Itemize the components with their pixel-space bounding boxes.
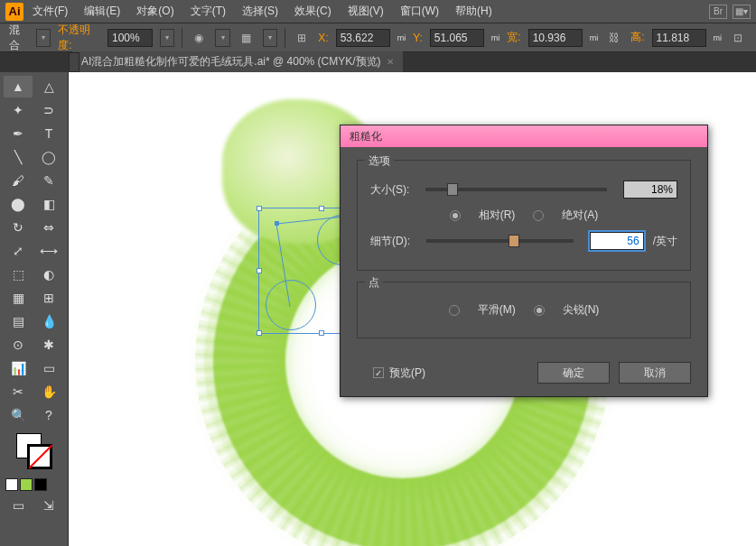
smooth-radio[interactable] <box>449 305 460 316</box>
toolbox: ▲△ ✦⊃ ✒T ╲◯ 🖌✎ ⬤◧ ↻⇔ ⤢⟷ ⬚◐ ▦⊞ ▤💧 ⊙✱ 📊▭ ✂… <box>0 72 69 546</box>
rotate-tool[interactable]: ↻ <box>4 217 33 238</box>
stroke-color[interactable] <box>27 444 52 469</box>
menu-object[interactable]: 对象(O) <box>129 1 181 22</box>
w-unit: mi <box>590 33 599 42</box>
magic-wand-tool[interactable]: ✦ <box>4 99 33 121</box>
menu-select[interactable]: 选择(S) <box>235 1 285 22</box>
points-legend: 点 <box>365 275 383 291</box>
absolute-radio[interactable] <box>533 210 544 221</box>
help-icon[interactable]: ? <box>34 404 63 426</box>
size-label: 大小(S): <box>370 182 409 198</box>
detail-input[interactable] <box>590 232 644 250</box>
handle-l[interactable] <box>257 268 262 273</box>
ok-button[interactable]: 确定 <box>537 362 610 384</box>
arrange-icon[interactable]: ▦▾ <box>733 5 751 19</box>
corner-radio[interactable] <box>534 305 545 316</box>
dialog-titlebar[interactable]: 粗糙化 <box>341 125 707 147</box>
scale-tool[interactable]: ⤢ <box>4 240 33 262</box>
menu-help[interactable]: 帮助(H) <box>448 1 499 22</box>
cancel-button[interactable]: 取消 <box>619 362 691 384</box>
h-input[interactable] <box>652 29 706 47</box>
menu-edit[interactable]: 编辑(E) <box>77 1 127 22</box>
menu-window[interactable]: 窗口(W) <box>393 1 446 22</box>
reflect-tool[interactable]: ⇔ <box>34 217 63 238</box>
pen-tool[interactable]: ✒ <box>4 123 33 144</box>
tab-close-icon[interactable]: ✕ <box>387 57 394 67</box>
menu-effect[interactable]: 效果(C) <box>287 1 339 22</box>
h-unit: mi <box>714 33 723 42</box>
color-picker[interactable] <box>16 433 52 469</box>
x-unit: mi <box>397 33 406 42</box>
align-icon[interactable]: ⊞ <box>293 28 311 48</box>
panel-collapse-icon[interactable] <box>69 52 79 72</box>
handle-bl[interactable] <box>257 330 262 336</box>
x-input[interactable] <box>336 29 390 47</box>
free-transform-tool[interactable]: ⬚ <box>4 264 33 285</box>
menu-file[interactable]: 文件(F) <box>25 1 75 22</box>
zoom-tool[interactable]: 🔍 <box>4 404 33 426</box>
size-input[interactable] <box>623 180 677 199</box>
line-tool[interactable]: ╲ <box>4 146 33 168</box>
lasso-tool[interactable]: ⊃ <box>34 99 63 121</box>
w-input[interactable] <box>528 29 583 47</box>
hand-tool[interactable]: ✋ <box>34 381 63 403</box>
opacity-label: 不透明度: <box>58 23 100 53</box>
absolute-label: 绝对(A) <box>562 208 598 223</box>
relative-radio[interactable] <box>450 210 461 221</box>
y-label: Y: <box>413 32 423 44</box>
swatch-black[interactable] <box>34 478 47 491</box>
preview-checkbox[interactable]: ✓ <box>373 367 384 378</box>
roughen-dialog: 粗糙化 选项 大小(S): 相对(R) 绝对(A) 细节(D): /英寸 <box>340 125 708 397</box>
artboard-tool[interactable]: ▭ <box>34 357 63 379</box>
direct-selection-tool[interactable]: △ <box>34 76 63 97</box>
y-input[interactable] <box>430 29 484 47</box>
symbol-sprayer-tool[interactable]: ✱ <box>34 334 63 356</box>
handle-b[interactable] <box>319 330 324 336</box>
detail-label: 细节(D): <box>370 234 410 249</box>
swatch-white[interactable] <box>5 478 18 491</box>
transform-icon[interactable]: ⊡ <box>729 28 747 48</box>
path-circle-2[interactable] <box>266 280 316 330</box>
gradient-tool[interactable]: ▤ <box>4 310 33 332</box>
x-label: X: <box>318 32 328 44</box>
swatch-green[interactable] <box>20 478 33 491</box>
blob-brush-tool[interactable]: ⬤ <box>4 193 33 215</box>
options-legend: 选项 <box>365 153 394 169</box>
menu-view[interactable]: 视图(V) <box>341 1 391 22</box>
size-slider[interactable] <box>425 188 607 191</box>
perspective-tool[interactable]: ▦ <box>4 287 33 309</box>
blend-tool[interactable]: ⊙ <box>4 334 33 356</box>
h-label: 高: <box>630 30 644 45</box>
opacity-input[interactable] <box>107 29 153 47</box>
selection-tool[interactable]: ▲ <box>4 76 33 97</box>
handle-t[interactable] <box>319 206 324 211</box>
link-icon[interactable]: ⛓ <box>605 28 623 48</box>
anchor-point[interactable] <box>275 221 279 226</box>
style-dropdown[interactable]: ▾ <box>215 29 230 47</box>
ellipse-tool[interactable]: ◯ <box>34 146 63 168</box>
type-tool[interactable]: T <box>34 123 63 144</box>
transparency-icon[interactable]: ▦ <box>238 28 256 48</box>
tab-title: AI混合加粗糙化制作可爱的毛绒玩具.ai* @ 400% (CMYK/预览) <box>81 54 381 69</box>
style-icon[interactable]: ◉ <box>190 28 208 48</box>
eyedropper-tool[interactable]: 💧 <box>34 310 63 332</box>
document-tab[interactable]: AI混合加粗糙化制作可爱的毛绒玩具.ai* @ 400% (CMYK/预览) ✕ <box>72 51 403 72</box>
detail-slider[interactable] <box>426 239 574 243</box>
shape-builder-tool[interactable]: ◐ <box>34 264 63 285</box>
opacity-dropdown[interactable]: ▾ <box>160 29 175 47</box>
blend-dropdown[interactable]: ▾ <box>36 29 51 47</box>
handle-tl[interactable] <box>257 206 262 211</box>
bridge-icon[interactable]: Br <box>709 5 727 19</box>
change-screen-icon[interactable]: ⇲ <box>34 495 63 516</box>
app-logo: Ai <box>5 3 23 21</box>
column-graph-tool[interactable]: 📊 <box>4 357 33 379</box>
menu-type[interactable]: 文字(T) <box>183 1 233 22</box>
eraser-tool[interactable]: ◧ <box>34 193 63 215</box>
paintbrush-tool[interactable]: 🖌 <box>4 170 33 191</box>
slice-tool[interactable]: ✂ <box>4 381 33 403</box>
trans-dropdown[interactable]: ▾ <box>263 29 278 47</box>
pencil-tool[interactable]: ✎ <box>34 170 63 191</box>
screen-mode-icon[interactable]: ▭ <box>4 495 33 516</box>
width-tool[interactable]: ⟷ <box>34 240 63 262</box>
mesh-tool[interactable]: ⊞ <box>34 287 63 309</box>
